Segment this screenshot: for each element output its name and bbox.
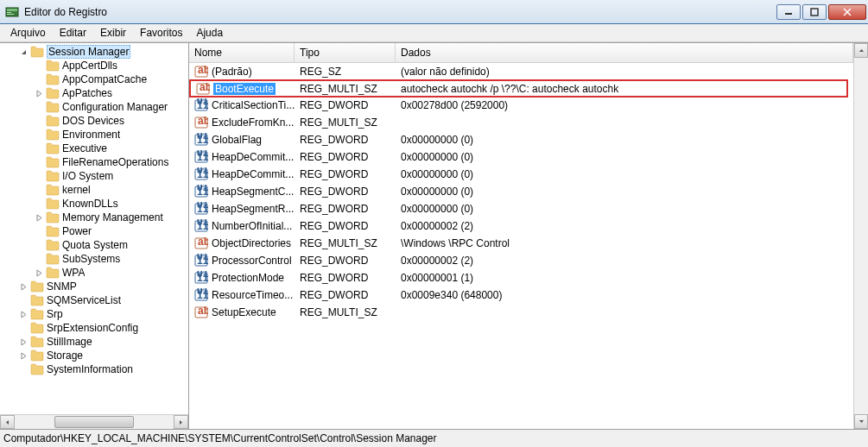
menu-exibir[interactable]: Exibir	[93, 25, 133, 41]
value-name: NumberOfInitial...	[212, 220, 292, 232]
tree-item[interactable]: Memory Management	[0, 211, 188, 224]
scroll-up-arrow[interactable]	[854, 43, 868, 58]
tree-item[interactable]: Quota System	[0, 238, 188, 252]
scroll-thumb[interactable]	[54, 416, 134, 428]
tree-item[interactable]: Storage	[0, 349, 188, 362]
list-row[interactable]: 011110ProtectionModeREG_DWORD0x00000001 …	[189, 269, 853, 286]
expand-icon[interactable]	[19, 310, 29, 319]
registry-tree[interactable]: Session ManagerAppCertDllsAppCompatCache…	[0, 43, 188, 414]
titlebar: Editor do Registro	[0, 0, 868, 24]
value-name: (Padrão)	[212, 66, 252, 78]
tree-item[interactable]: WPA	[0, 266, 188, 280]
expand-icon[interactable]	[19, 282, 29, 292]
expander-placeholder	[35, 103, 44, 112]
menu-arquivo[interactable]: Arquivo	[3, 25, 53, 41]
expander-placeholder	[35, 227, 44, 236]
tree-item[interactable]: SNMP	[0, 280, 188, 293]
list-body[interactable]: ab(Padrão)REG_SZ(valor não definido)abBo…	[189, 63, 853, 429]
tree-item[interactable]: DOS Devices	[0, 114, 188, 128]
cell-data: 0x00000000 (0)	[396, 134, 853, 146]
minimize-button[interactable]	[776, 4, 801, 20]
tree-item[interactable]: kernel	[0, 183, 188, 197]
expander-placeholder	[35, 255, 44, 264]
scroll-track[interactable]	[854, 58, 868, 414]
cell-name: abExcludeFromKn...	[189, 116, 295, 129]
scroll-right-arrow[interactable]	[174, 415, 188, 429]
cell-type: REG_MULTI_SZ	[295, 116, 396, 129]
tree-item[interactable]: AppCertDlls	[0, 59, 188, 72]
expand-icon[interactable]	[35, 268, 44, 278]
tree-item-label: AppCompatCache	[62, 73, 147, 85]
statusbar-path: Computador\HKEY_LOCAL_MACHINE\SYSTEM\Cur…	[3, 432, 437, 444]
tree-item[interactable]: ApPatches	[0, 86, 188, 100]
cell-data: 0x0009e340 (648000)	[396, 289, 853, 301]
tree-item[interactable]: Environment	[0, 128, 188, 142]
list-row[interactable]: 011110GlobalFlagREG_DWORD0x00000000 (0)	[189, 131, 853, 148]
tree-horizontal-scrollbar[interactable]	[0, 414, 188, 429]
list-row[interactable]: 011110HeapSegmentR...REG_DWORD0x00000000…	[189, 200, 853, 217]
tree-item[interactable]: StillImage	[0, 335, 188, 349]
column-header-type[interactable]: Tipo	[295, 43, 396, 62]
list-row[interactable]: 011110HeapDeCommit...REG_DWORD0x00000000…	[189, 148, 853, 166]
expander-placeholder	[19, 324, 29, 333]
value-name: GlobalFlag	[212, 134, 262, 146]
list-row[interactable]: 011110ProcessorControlREG_DWORD0x0000000…	[189, 252, 853, 269]
menu-favoritos[interactable]: Favoritos	[133, 25, 189, 41]
expand-icon[interactable]	[35, 89, 44, 98]
collapse-icon[interactable]	[19, 47, 29, 57]
value-name: ProtectionMode	[212, 272, 284, 284]
tree-item[interactable]: Executive	[0, 142, 188, 155]
svg-text:110: 110	[197, 272, 208, 284]
list-row[interactable]: 011110ResourceTimeo...REG_DWORD0x0009e34…	[189, 286, 853, 304]
cell-type: REG_DWORD	[295, 99, 396, 111]
list-row[interactable]: abSetupExecuteREG_MULTI_SZ	[189, 304, 853, 321]
list-row[interactable]: abObjectDirectoriesREG_MULTI_SZ\Windows …	[189, 235, 853, 252]
tree-item-label: Power	[62, 225, 92, 237]
expand-icon[interactable]	[19, 337, 29, 347]
tree-item[interactable]: SubSystems	[0, 252, 188, 266]
close-button[interactable]	[828, 4, 866, 20]
cell-type: REG_DWORD	[295, 255, 396, 267]
tree-item[interactable]: Session Manager	[0, 45, 188, 59]
list-row[interactable]: abExcludeFromKn...REG_MULTI_SZ	[189, 114, 853, 131]
cell-name: 011110HeapDeCommit...	[189, 150, 295, 164]
tree-item[interactable]: AppCompatCache	[0, 72, 188, 86]
scroll-left-arrow[interactable]	[0, 415, 15, 429]
tree-item[interactable]: KnownDLLs	[0, 197, 188, 211]
cell-type: REG_MULTI_SZ	[295, 306, 396, 318]
column-header-data[interactable]: Dados	[396, 43, 853, 62]
tree-item[interactable]: SrpExtensionConfig	[0, 321, 188, 335]
svg-text:ab: ab	[198, 116, 208, 127]
tree-item[interactable]: I/O System	[0, 169, 188, 183]
list-row[interactable]: 011110CriticalSectionTi...REG_DWORD0x002…	[189, 97, 853, 114]
tree-item[interactable]: Configuration Manager	[0, 100, 188, 114]
tree-item[interactable]: Srp	[0, 307, 188, 321]
tree-item[interactable]: SystemInformation	[0, 362, 188, 376]
list-vertical-scrollbar[interactable]	[853, 43, 868, 429]
expand-icon[interactable]	[19, 351, 29, 361]
scroll-track[interactable]	[15, 415, 174, 429]
tree-item[interactable]: FileRenameOperations	[0, 155, 188, 169]
tree-item-label: SrpExtensionConfig	[47, 322, 138, 334]
menu-editar[interactable]: Editar	[53, 25, 93, 41]
list-row[interactable]: 011110NumberOfInitial...REG_DWORD0x00000…	[189, 217, 853, 235]
tree-item[interactable]: Power	[0, 224, 188, 238]
scroll-down-arrow[interactable]	[854, 414, 868, 429]
tree-item[interactable]: SQMServiceList	[0, 293, 188, 307]
tree-item-label: StillImage	[47, 336, 92, 348]
menu-ajuda[interactable]: Ajuda	[189, 25, 230, 41]
column-header-name[interactable]: Nome	[189, 43, 295, 62]
svg-text:110: 110	[197, 203, 208, 215]
tree-item-label: FileRenameOperations	[62, 156, 168, 168]
list-row[interactable]: 011110HeapDeCommit...REG_DWORD0x00000000…	[189, 166, 853, 183]
expander-placeholder	[35, 144, 44, 154]
list-row[interactable]: abBootExecuteREG_MULTI_SZautocheck autoc…	[189, 79, 848, 98]
cell-type: REG_DWORD	[295, 151, 396, 163]
list-row[interactable]: 011110HeapSegmentC...REG_DWORD0x00000000…	[189, 183, 853, 200]
tree-item-label: Memory Management	[62, 211, 163, 224]
expand-icon[interactable]	[35, 213, 44, 223]
svg-text:110: 110	[197, 168, 208, 180]
maximize-button[interactable]	[802, 4, 827, 20]
cell-name: 011110HeapSegmentR...	[189, 202, 295, 216]
list-row[interactable]: ab(Padrão)REG_SZ(valor não definido)	[189, 63, 853, 80]
